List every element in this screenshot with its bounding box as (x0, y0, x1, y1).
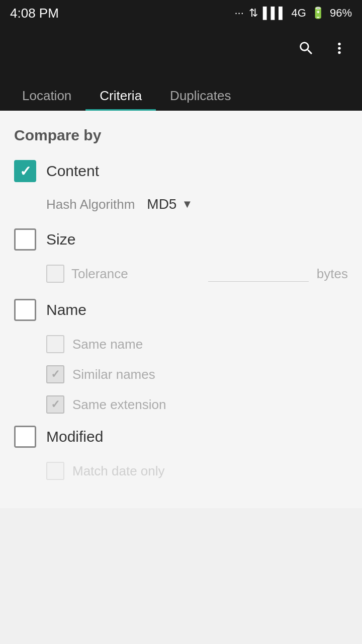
label-same-extension: Same extension (72, 397, 166, 413)
tolerance-input[interactable] (208, 266, 309, 282)
checkbox-size[interactable] (14, 228, 36, 251)
option-label-modified: Modified (46, 428, 103, 445)
checkbox-similar-names[interactable] (46, 365, 64, 383)
tab-criteria[interactable]: Criteria (85, 81, 156, 111)
checkbox-same-name[interactable] (46, 335, 64, 353)
top-bar (0, 26, 362, 74)
checkbox-name[interactable] (14, 299, 36, 321)
checkbox-tolerance[interactable] (46, 265, 64, 283)
network-type: 4G (292, 7, 306, 20)
checkbox-same-extension[interactable] (46, 395, 64, 414)
sub-option-row-same-extension: Same extension (46, 395, 348, 414)
label-similar-names: Similar names (72, 367, 155, 382)
signal-arrows: ⇅ (249, 7, 258, 20)
search-icon[interactable] (298, 40, 315, 61)
checkbox-modified[interactable] (14, 426, 36, 448)
hash-algorithm-label: Hash Algorithm (46, 197, 135, 212)
option-row-content: Content (14, 160, 348, 182)
checkbox-content[interactable] (14, 160, 36, 182)
option-row-size: Size (14, 228, 348, 251)
tolerance-label: Tolerance (71, 266, 203, 282)
sub-option-row-same-name: Same name (46, 335, 348, 353)
battery-level: 96% (330, 7, 352, 20)
option-row-modified: Modified (14, 426, 348, 448)
signal-bars: ▌▌▌ (263, 7, 287, 20)
dropdown-arrow-icon: ▼ (182, 198, 193, 211)
content-area: Compare by Content Hash Algorithm MD5 ▼ … (0, 111, 362, 508)
label-match-date: Match date only (72, 463, 165, 479)
hash-algorithm-select[interactable]: MD5 ▼ (147, 196, 193, 212)
hash-algorithm-row: Hash Algorithm MD5 ▼ (46, 196, 348, 212)
label-same-name: Same name (72, 337, 143, 352)
tab-location[interactable]: Location (8, 81, 85, 111)
status-right: ··· ⇅ ▌▌▌ 4G 🔋 96% (234, 7, 352, 20)
section-title: Compare by (14, 127, 348, 144)
tab-duplicates[interactable]: Duplicates (156, 81, 245, 111)
signal-dots: ··· (234, 7, 243, 20)
sub-option-row-match-date: Match date only (46, 462, 348, 480)
sub-option-row-similar-names: Similar names (46, 365, 348, 383)
option-label-size: Size (46, 231, 75, 248)
option-label-name: Name (46, 301, 86, 318)
checkbox-match-date[interactable] (46, 462, 64, 480)
battery-icon: 🔋 (311, 7, 325, 20)
tolerance-row: Tolerance bytes (46, 265, 348, 283)
status-bar: 4:08 PM ··· ⇅ ▌▌▌ 4G 🔋 96% (0, 0, 362, 26)
option-label-content: Content (46, 163, 99, 180)
status-time: 4:08 PM (10, 6, 59, 21)
more-options-icon[interactable] (331, 40, 348, 61)
tabs-bar: Location Criteria Duplicates (0, 74, 362, 111)
hash-algorithm-value: MD5 (147, 196, 176, 212)
tolerance-unit: bytes (317, 266, 348, 282)
option-row-name: Name (14, 299, 348, 321)
